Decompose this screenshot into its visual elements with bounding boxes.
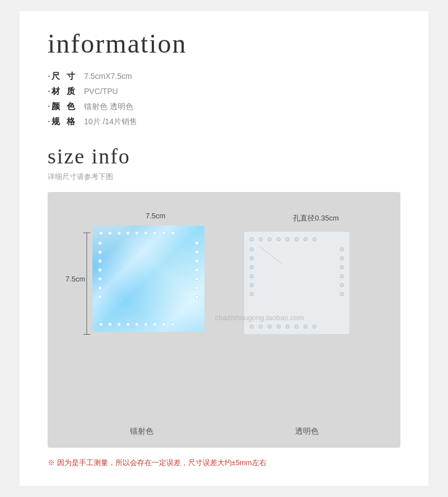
hole-clear bbox=[250, 247, 254, 251]
holes-left-clear bbox=[250, 247, 254, 296]
hole-clear bbox=[250, 237, 254, 241]
hole bbox=[108, 322, 112, 326]
hole-clear bbox=[250, 274, 254, 278]
hole bbox=[144, 322, 148, 326]
hole-clear bbox=[312, 325, 316, 329]
hole bbox=[99, 322, 103, 326]
hole-clear bbox=[340, 247, 344, 251]
caption-right: 透明色 bbox=[295, 426, 319, 435]
hole bbox=[144, 231, 148, 235]
hole-clear bbox=[259, 325, 263, 329]
hole-clear bbox=[340, 256, 344, 260]
hole bbox=[162, 322, 166, 326]
hole-clear bbox=[340, 283, 344, 287]
footnote: ※ 因为是手工测量，所以会存在一定误差，尺寸误差大约±5mm左右 bbox=[48, 458, 400, 468]
value-color: 镭射色 透明色 bbox=[84, 102, 133, 112]
holes-bottom-clear bbox=[250, 325, 316, 329]
hole-clear bbox=[295, 237, 298, 241]
holographic-square bbox=[92, 226, 204, 332]
dim-height-label: 7.5cm bbox=[66, 275, 85, 283]
info-row-color: · 颜 色 镭射色 透明色 bbox=[48, 100, 400, 112]
hole bbox=[195, 241, 199, 245]
holes-left bbox=[98, 241, 102, 299]
hole-clear bbox=[250, 325, 254, 329]
info-table: · 尺 寸 7.5cmX7.5cm · 材 质 PVC/TPU · 颜 色 镭射… bbox=[48, 70, 400, 127]
hole bbox=[117, 231, 121, 235]
info-row-spec: · 规 格 10片 /14片销售 bbox=[48, 115, 400, 127]
bullet-color: · bbox=[48, 100, 50, 112]
hole bbox=[135, 322, 139, 326]
hole-clear bbox=[250, 292, 254, 296]
holes-right-clear bbox=[340, 247, 344, 296]
bullet-spec: · bbox=[48, 115, 50, 127]
hole bbox=[98, 277, 102, 281]
hole bbox=[195, 277, 199, 281]
hole-clear bbox=[259, 237, 263, 241]
hole bbox=[153, 322, 157, 326]
transparent-square bbox=[244, 231, 350, 335]
hole-clear bbox=[250, 256, 254, 260]
hole bbox=[117, 322, 121, 326]
label-size: 尺 寸 bbox=[52, 71, 80, 82]
hole-clear bbox=[340, 292, 344, 296]
hole bbox=[126, 231, 130, 235]
holes-bottom bbox=[99, 322, 175, 326]
value-size: 7.5cmX7.5cm bbox=[84, 72, 132, 81]
hole bbox=[99, 231, 103, 235]
hole bbox=[195, 250, 199, 254]
hole-clear bbox=[277, 237, 281, 241]
holes-top bbox=[99, 231, 175, 235]
info-row-material: · 材 质 PVC/TPU bbox=[48, 85, 400, 97]
label-material: 材 质 bbox=[52, 86, 80, 97]
hole-clear bbox=[304, 325, 307, 329]
hole-clear bbox=[295, 325, 298, 329]
page-container: information · 尺 寸 7.5cmX7.5cm · 材 质 PVC/… bbox=[20, 11, 428, 486]
hole bbox=[153, 231, 157, 235]
dim-width-label: 7.5cm bbox=[146, 212, 165, 220]
label-spec: 规 格 bbox=[52, 116, 80, 127]
hole bbox=[195, 268, 199, 272]
photo-inner: 7.5cm 7.5cm 孔直径0.35cm bbox=[59, 209, 389, 421]
hole bbox=[162, 231, 166, 235]
holes-right bbox=[195, 241, 199, 299]
hole bbox=[98, 286, 102, 290]
hole bbox=[98, 268, 102, 272]
size-info-title: size info bbox=[48, 144, 400, 168]
hole bbox=[126, 322, 130, 326]
hole bbox=[98, 241, 102, 245]
hole bbox=[98, 259, 102, 263]
size-subtitle: 详细尺寸请参考下图 bbox=[48, 172, 400, 182]
hole-clear bbox=[268, 325, 272, 329]
holographic-item bbox=[92, 226, 216, 343]
dim-hole-label: 孔直径0.35cm bbox=[293, 213, 339, 223]
value-material: PVC/TPU bbox=[84, 87, 118, 96]
value-spec: 10片 /14片销售 bbox=[84, 117, 137, 127]
photo-container: 7.5cm 7.5cm 孔直径0.35cm bbox=[48, 192, 400, 448]
hole bbox=[108, 231, 112, 235]
bullet-material: · bbox=[48, 85, 50, 97]
hole bbox=[135, 231, 139, 235]
label-color: 颜 色 bbox=[52, 101, 80, 112]
hole bbox=[171, 322, 175, 326]
caption-left: 镭射色 bbox=[130, 426, 153, 435]
hole bbox=[98, 295, 102, 299]
caption-row: 镭射色 透明色 bbox=[59, 426, 389, 437]
hole-clear bbox=[250, 283, 254, 287]
hole-clear bbox=[277, 325, 281, 329]
hole bbox=[195, 295, 199, 299]
hole bbox=[195, 259, 199, 263]
hole-clear bbox=[268, 237, 272, 241]
hole-clear bbox=[286, 237, 290, 241]
information-title: information bbox=[48, 28, 400, 59]
hole-clear bbox=[304, 237, 307, 241]
info-row-size: · 尺 寸 7.5cmX7.5cm bbox=[48, 70, 400, 82]
hole-clear bbox=[340, 265, 344, 269]
hole bbox=[98, 250, 102, 254]
hole-clear bbox=[250, 265, 254, 269]
transparent-item bbox=[244, 231, 361, 343]
hole-clear bbox=[340, 274, 344, 278]
hole bbox=[171, 231, 175, 235]
hole-clear bbox=[312, 237, 316, 241]
hole-clear bbox=[286, 325, 290, 329]
holes-top-clear bbox=[250, 237, 316, 241]
